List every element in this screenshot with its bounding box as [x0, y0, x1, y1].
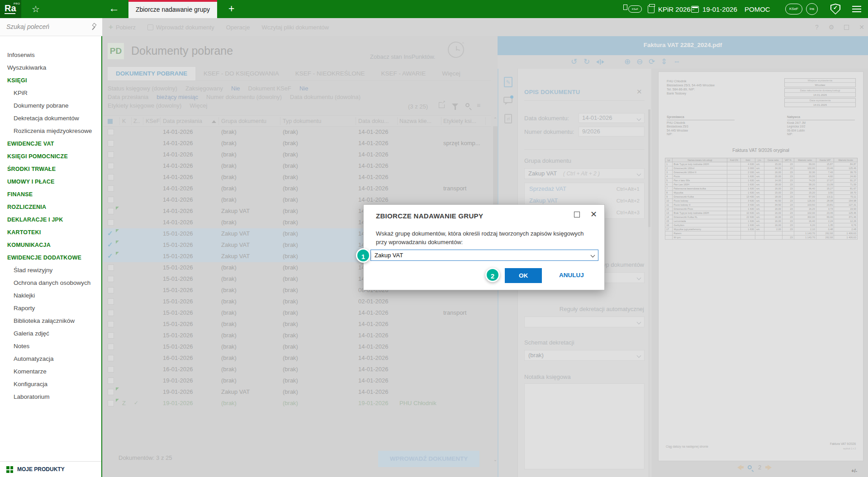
sidebar-item-księgi[interactable]: KSIĘGI — [0, 74, 101, 87]
row-checkbox[interactable] — [108, 174, 114, 180]
row-checkbox[interactable] — [108, 197, 114, 203]
sidebar-item-ślad-rewizyjny[interactable]: Ślad rewizyjny — [0, 264, 101, 277]
dialog-maximize-icon[interactable] — [574, 212, 580, 217]
table-row[interactable]: 14-01-2026(brak)(brak)14-01-2026 — [103, 161, 491, 172]
row-checkbox[interactable] — [108, 151, 114, 158]
row-checkbox[interactable] — [108, 344, 114, 350]
numer-dokumentu-field[interactable]: 9/2026 — [579, 127, 645, 137]
row-checkbox[interactable] — [108, 332, 114, 339]
split-view-icon[interactable] — [596, 59, 604, 65]
ins-account-button[interactable]: Ins — [806, 0, 818, 18]
table-row[interactable]: Z✓19-01-2026(brak)(brak)19-01-2026PHU Ch… — [103, 398, 491, 409]
column-header[interactable]: Data przesłania — [163, 118, 202, 124]
sidebar-item-automatyzacja[interactable]: Automatyzacja — [0, 353, 101, 365]
export-icon[interactable] — [439, 102, 445, 108]
filter-funnel-icon[interactable] — [452, 104, 458, 107]
row-checkbox[interactable] — [108, 140, 114, 146]
table-row[interactable]: 14-01-2026(brak)(brak)14-01-2026 — [103, 149, 491, 161]
command-search[interactable]: Szukaj poleceń — [0, 18, 102, 36]
ksef-cloud-group[interactable]: KSeF — [623, 0, 642, 18]
new-tab-button[interactable]: + — [228, 3, 234, 15]
row-checkbox[interactable] — [108, 378, 114, 384]
filter-chip[interactable]: Dokument KSeF — [248, 85, 291, 92]
sidebar-item-infoserwis[interactable]: Infoserwis — [0, 49, 101, 61]
refresh-icon[interactable]: ⟳ — [649, 57, 655, 66]
help-menu[interactable]: POMOC — [745, 0, 770, 18]
row-checkbox[interactable] — [108, 389, 114, 395]
table-row[interactable]: 15-01-2026(brak)(brak)14-01-2026transpor… — [103, 307, 491, 319]
row-checkbox[interactable] — [108, 366, 114, 373]
table-row[interactable]: 15-01-2026(brak)(brak)14-01-2026 — [103, 341, 491, 353]
row-checkbox[interactable] — [108, 355, 114, 361]
back-arrow-icon[interactable]: ← — [109, 2, 119, 14]
help-icon[interactable]: ? — [815, 24, 819, 31]
dekretacja-automatyczna-select[interactable] — [524, 316, 645, 327]
tab-ksef-awarie[interactable]: KSEF - AWARIE — [373, 67, 434, 80]
inspunkty-refresh-icon[interactable]: ⌃ — [448, 42, 464, 58]
filter-chip[interactable]: Więcej — [190, 102, 207, 109]
wprowadz-dokumenty-button[interactable]: WPROWADŹ DOKUMENTY — [378, 451, 479, 467]
sidebar-item-rozliczenia-międzyokresowe[interactable]: Rozliczenia międzyokresowe — [0, 125, 101, 137]
fit-height-icon[interactable]: ⇕ — [661, 57, 667, 66]
sidebar-item-umowy-i-płace[interactable]: UMOWY I PŁACE — [0, 175, 101, 188]
table-row[interactable]: 19-01-2026(brak)(brak)14-01-2026 — [103, 375, 491, 387]
settings-gear-icon[interactable]: ⚙ — [829, 24, 835, 31]
column-header[interactable]: Z.. — [133, 118, 140, 124]
row-checkbox[interactable] — [108, 321, 114, 327]
filter-chip[interactable]: Data przesłania — [108, 94, 148, 100]
sidebar-item-ochrona-danych-osobowych[interactable]: Ochrona danych osobowych — [0, 277, 101, 289]
sidebar-item-finanse[interactable]: FINANSE — [0, 188, 101, 201]
sidebar-item-notes[interactable]: Notes — [0, 340, 101, 353]
app-logo[interactable]: Ra PRO — [0, 0, 21, 18]
sidebar-item-wyszukiwarka[interactable]: Wyszukiwarka — [0, 61, 101, 74]
row-checkbox[interactable] — [108, 276, 114, 282]
data-dokumentu-field[interactable]: 14-01-2026 — [579, 113, 645, 123]
page-zoom-icon[interactable] — [748, 465, 752, 469]
filter-chip[interactable]: bieżący miesiąc — [157, 94, 198, 100]
group-select[interactable]: Zakup VAT — [370, 250, 598, 261]
sidebar-item-konfiguracja[interactable]: Konfiguracja — [0, 378, 101, 391]
search-icon[interactable] — [465, 103, 470, 107]
main-menu-button[interactable] — [852, 0, 861, 18]
sidebar-item-raporty[interactable]: Raporty — [0, 302, 101, 315]
column-header[interactable]: KSeF — [146, 118, 160, 124]
rotate-right-icon[interactable]: ↻ — [583, 57, 590, 66]
row-checkbox[interactable] — [108, 287, 114, 293]
schemat-dekretacji-select[interactable]: (brak) — [524, 350, 645, 361]
favorites-star-icon[interactable]: ☆ — [32, 4, 40, 14]
period-selector[interactable]: KPiR 2026 — [648, 0, 691, 18]
row-checkbox[interactable] — [108, 310, 114, 316]
sidebar-footer-moje-produkty[interactable]: MOJE PRODUKTY — [0, 461, 101, 477]
date-selector[interactable]: 19-01-2026 — [691, 0, 737, 18]
row-checkbox[interactable] — [108, 400, 114, 406]
sidebar-item-galeria-zdjęć[interactable]: Galeria zdjęć — [0, 327, 101, 340]
column-header[interactable]: Typ dokumentu — [283, 118, 321, 124]
row-checked-icon[interactable]: ✓ — [107, 252, 113, 260]
sidebar-item-laboratorium[interactable]: Laboratorium — [0, 391, 101, 403]
restore-window-icon[interactable] — [844, 25, 849, 30]
table-row[interactable]: 16-01-2026(brak)(brak)14-01-2026 — [103, 353, 491, 364]
table-row[interactable]: 15-01-2026(brak)(brak)14-01-2026 — [103, 319, 491, 330]
table-row[interactable]: 14-01-2026(brak)(brak)14-01-2026 — [103, 172, 491, 183]
zoom-plusminus-label[interactable]: +/- — [851, 468, 857, 473]
prev-page-icon[interactable] — [737, 465, 741, 470]
row-checkbox[interactable] — [108, 208, 114, 214]
sidebar-item-kpir[interactable]: KPiR — [0, 87, 101, 99]
notatka-ksiegowa-textarea[interactable] — [524, 383, 645, 469]
security-button[interactable]: ✓ — [830, 0, 840, 18]
tab-dokumenty-pobrane[interactable]: DOKUMENTY POBRANE — [108, 67, 195, 80]
close-opis-icon[interactable]: ✕ — [636, 88, 642, 96]
table-row[interactable]: 14-01-2026(brak)(brak)14-01-2026transpor… — [103, 183, 491, 194]
sidebar-item-biblioteka-załączników[interactable]: Biblioteka załączników — [0, 315, 101, 327]
row-checkbox[interactable] — [108, 219, 114, 226]
sidebar-item-ewidencje-dodatkowe[interactable]: EWIDENCJE DODATKOWE — [0, 251, 101, 264]
toolbar-action-2[interactable]: Wprowadź dokumenty — [147, 24, 214, 31]
table-row[interactable]: 19-01-2026Zakup VAT(brak)14-01-2026 — [103, 387, 491, 398]
column-header[interactable]: Data doku... — [358, 118, 389, 124]
ok-button[interactable]: OK — [505, 268, 542, 283]
sidebar-item-dekretacja-dokumentów[interactable]: Dekretacja dokumentów — [0, 112, 101, 125]
document-edit-icon[interactable]: ✎ — [504, 77, 512, 87]
grupa-option[interactable]: Sprzedaż VATCtrl+Alt+1 — [525, 183, 644, 195]
column-header[interactable]: K — [122, 118, 126, 124]
toolbar-action-1[interactable]: +Pobierz — [109, 23, 136, 32]
